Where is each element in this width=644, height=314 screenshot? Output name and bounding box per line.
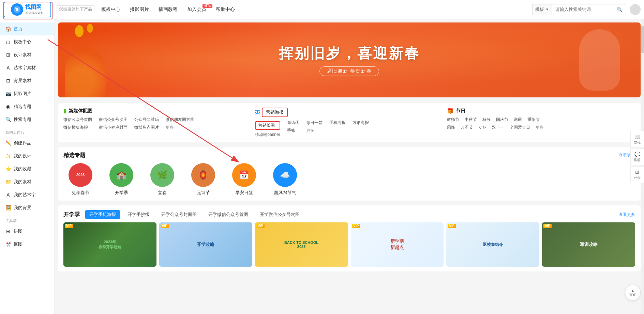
sidebar-item-bg[interactable]: ⊡ 背景素材 — [0, 74, 54, 87]
link-national-day[interactable]: 国庆节 — [496, 117, 508, 123]
card-2[interactable]: VIP 开学攻略 — [159, 222, 252, 267]
school-tab-cover[interactable]: 开学公众号封面图 — [157, 210, 201, 219]
sidebar-item-my-design[interactable]: ✨ 我的设计 — [0, 150, 54, 162]
link-autumnal[interactable]: 秋分 — [482, 117, 491, 123]
sidebar-item-my-material[interactable]: 📁 我的素材 — [0, 175, 54, 188]
link-square-poster[interactable]: 方形海报 — [353, 120, 369, 126]
sidebar-item-featured[interactable]: ◉ 精选专题 — [0, 100, 54, 113]
festival-title: 节日 — [456, 108, 465, 114]
nav-item-tutorial[interactable]: 插画教程 — [159, 6, 178, 13]
featured-header: 精选专题 查看更多 — [63, 152, 635, 159]
search-type-label: 模板 — [535, 6, 544, 13]
card-4[interactable]: VIP 新学期新起点 — [351, 222, 444, 267]
sidebar-item-home[interactable]: 🏠 首页 — [0, 22, 54, 35]
link-phone-poster[interactable]: 手机海报 — [329, 120, 346, 126]
link-start-winter[interactable]: 立冬 — [478, 125, 486, 130]
nav-item-help[interactable]: 帮助中心 — [216, 6, 235, 13]
sidebar-item-collage[interactable]: ⊞ 拼图 — [0, 225, 54, 238]
sidebar-item-cutout[interactable]: ✂️ 抠图 — [0, 238, 54, 251]
link-cold-dew[interactable]: 寒露 — [514, 117, 522, 123]
banner[interactable]: 挥别旧岁，喜迎新春 辞旧迎新 恭贺新春 — [58, 22, 641, 97]
nav-item-photos[interactable]: 摄影图片 — [130, 6, 149, 13]
sidebar-item-photo[interactable]: 📷 摄影图片 — [0, 87, 54, 100]
marketing-highlight-box[interactable]: 营销海报 — [262, 108, 288, 117]
sidebar-item-my-art[interactable]: A 我的艺术字 — [0, 188, 54, 201]
sidebar-label-bg: 背景素材 — [14, 78, 31, 84]
link-wechat-mini[interactable]: 微信小程序封面 — [99, 125, 128, 130]
link-dog-day[interactable]: 全国爱犬日 — [510, 125, 530, 130]
school-tab-wechat-second[interactable]: 开学微信公众号次图 — [256, 210, 304, 219]
link-halloween[interactable]: 万圣节 — [461, 125, 473, 130]
lantern-decor-2 — [87, 24, 93, 33]
sidebar-item-create[interactable]: ✏️ 创建作品 — [0, 137, 54, 150]
topic-item-lantern[interactable]: 🏮 元宵节 — [186, 163, 220, 196]
design-icon: ⊞ — [5, 52, 11, 58]
card-5[interactable]: VIP 返校集结令 — [446, 222, 539, 267]
nav-item-template-center[interactable]: 模板中心 — [101, 6, 120, 13]
sidebar-label-my-bg: 我的背景 — [14, 205, 31, 211]
sidebar-label-home: 首页 — [14, 26, 23, 32]
new-media-header: ▮ 新媒体配图 — [63, 108, 252, 114]
link-wechat-main[interactable]: 微信公众号首图 — [63, 117, 92, 123]
link-wechat-second[interactable]: 微信公众号次图 — [99, 117, 128, 123]
float-qr[interactable]: ⊞ 公众 — [630, 166, 644, 183]
topic-item-solar[interactable]: ☁️ 国风24节气 — [268, 163, 302, 196]
school-section: 开学季 开学手机海报 开学手抄报 开学公众号封面图 开学微信公众号首图 开学微信… — [58, 205, 641, 271]
topic-item-school[interactable]: 🏫 开学季 — [104, 163, 138, 196]
sidebar-label-my-art: 我的艺术字 — [14, 192, 36, 198]
link-invite[interactable]: 邀请函 — [287, 120, 299, 126]
link-frost[interactable]: 霜降 — [447, 125, 455, 130]
sidebar-label-my-design: 我的设计 — [14, 153, 31, 159]
link-daily-sign[interactable]: 每日一签 — [306, 120, 323, 126]
search-button[interactable]: 🔍 — [613, 4, 626, 15]
school-tab-wechat-main[interactable]: 开学微信公众号首图 — [204, 210, 252, 219]
nav-item-membership[interactable]: 加入会员 NEW — [187, 6, 206, 13]
festival-col: 🎁 节日 教师节 中秋节 秋分 国庆节 寒露 重阳节 霜 — [447, 108, 635, 138]
sidebar-item-art-text[interactable]: A 艺术字素材 — [0, 61, 54, 74]
topic-item-rabbit[interactable]: 2023 兔年春节 — [63, 163, 98, 196]
link-moments[interactable]: 微信朋友圈方图 — [166, 117, 194, 123]
new-media-links: 微信公众号首图 微信横版海报 微信公众号次图 微信小程序封面 公众号二维码 微博… — [63, 117, 252, 130]
link-double-ninth[interactable]: 重阳节 — [527, 117, 540, 123]
link-more-marketing[interactable]: 更多 — [306, 128, 323, 134]
link-notes[interactable]: 手账 — [287, 128, 299, 134]
link-mid-autumn[interactable]: 中秋节 — [465, 117, 477, 123]
link-teacher-day[interactable]: 教师节 — [447, 117, 459, 123]
school-tab-handwritten[interactable]: 开学手抄报 — [123, 210, 154, 219]
sidebar-item-design[interactable]: ⊞ 设计素材 — [0, 48, 54, 61]
float-service[interactable]: 💬 客服 — [630, 148, 644, 166]
card-1[interactable]: VIP 2023年春季开学通知 — [63, 222, 156, 267]
card-3[interactable]: VIP BACK TO SCHOOL2023 — [255, 222, 348, 267]
sidebar-label-my-collection: 我的收藏 — [14, 166, 31, 172]
top-button[interactable]: ▲ TOP — [625, 285, 641, 300]
sidebar-item-template[interactable]: ◻ 模板中心 — [0, 35, 54, 48]
festival-row-2: 霜降 万圣节 立冬 双十一 全国爱犬日 更多 — [447, 125, 635, 130]
categories-section: ▮ 新媒体配图 微信公众号首图 微信横版海报 微信公众号次图 微信小程序封面 — [58, 103, 641, 142]
featured-icon: ◉ — [5, 104, 11, 109]
sidebar-item-my-collection[interactable]: ⭐ 我的收藏 — [0, 162, 54, 175]
topic-item-morning[interactable]: 📅 早安日签 — [227, 163, 261, 196]
float-tutorial[interactable]: 📖 教程 — [630, 131, 644, 148]
card-img-2: VIP 开学攻略 — [159, 222, 252, 267]
card-6[interactable]: VIP 军训攻略 — [542, 222, 635, 267]
link-wechat-focus[interactable]: 微博焦点图片 — [134, 125, 159, 130]
marketing-sub-highlight[interactable]: 营销长图 — [255, 121, 280, 130]
link-qr[interactable]: 公众号二维码 — [134, 117, 159, 123]
school-tab-phone[interactable]: 开学手机海报 — [85, 210, 120, 219]
topic-item-spring[interactable]: 🌿 立春 — [145, 163, 179, 196]
avatar[interactable] — [630, 4, 641, 15]
link-more-festival[interactable]: 更多 — [536, 125, 544, 130]
link-double-eleven[interactable]: 双十一 — [492, 125, 504, 130]
sidebar-item-search-topic[interactable]: 🔍 搜索专题 — [0, 113, 54, 126]
link-mobile-banner[interactable]: 移动端banner — [255, 132, 280, 138]
link-wechat-banner[interactable]: 微信横版海报 — [63, 125, 92, 130]
sidebar-item-my-bg[interactable]: 🖼️ 我的背景 — [0, 201, 54, 214]
chevron-down-icon: ▼ — [545, 7, 549, 11]
scrollbar-thumb[interactable] — [641, 26, 644, 53]
link-more-media[interactable]: 更多 — [166, 125, 194, 130]
logo-box[interactable]: 找图网 原创版权素材 — [3, 2, 51, 17]
search-input[interactable] — [552, 4, 613, 15]
search-type-select[interactable]: 模板 ▼ — [532, 4, 552, 15]
right-float-panel: 📖 教程 💬 客服 ⊞ 公众 — [630, 131, 644, 183]
school-see-more[interactable]: 查看更多 — [619, 212, 635, 218]
